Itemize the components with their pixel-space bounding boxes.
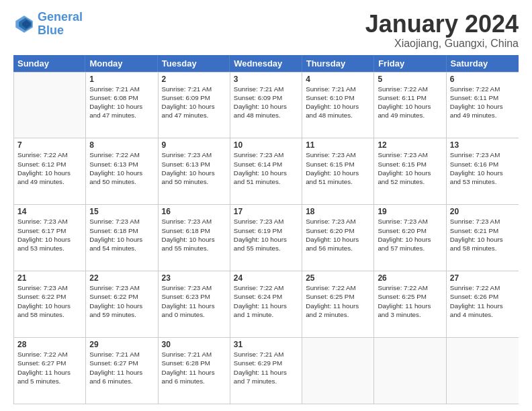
day-number: 27 <box>450 273 515 283</box>
day-number: 15 <box>89 207 154 216</box>
day-info: Sunrise: 7:22 AM Sunset: 6:12 PM Dayligh… <box>17 150 82 186</box>
calendar-day-cell: 28Sunrise: 7:22 AM Sunset: 6:27 PM Dayli… <box>14 338 86 404</box>
day-number: 9 <box>162 140 226 150</box>
logo-general: General <box>38 10 83 24</box>
day-info: Sunrise: 7:23 AM Sunset: 6:17 PM Dayligh… <box>17 217 82 253</box>
day-number: 11 <box>306 140 370 150</box>
calendar-day-cell: 24Sunrise: 7:22 AM Sunset: 6:24 PM Dayli… <box>230 271 302 337</box>
calendar-day-cell: 11Sunrise: 7:23 AM Sunset: 6:15 PM Dayli… <box>302 138 374 204</box>
day-number: 10 <box>234 140 298 150</box>
logo-icon <box>13 13 35 35</box>
day-info: Sunrise: 7:23 AM Sunset: 6:18 PM Dayligh… <box>162 217 226 253</box>
day-number: 30 <box>162 340 226 349</box>
calendar-day-cell: 3Sunrise: 7:21 AM Sunset: 6:09 PM Daylig… <box>230 73 302 138</box>
calendar-subtitle: Xiaojiang, Guangxi, China <box>365 38 519 50</box>
day-info: Sunrise: 7:23 AM Sunset: 6:15 PM Dayligh… <box>306 150 370 186</box>
calendar-header-row: SundayMondayTuesdayWednesdayThursdayFrid… <box>13 55 519 72</box>
day-number: 20 <box>450 207 515 216</box>
calendar-day-cell <box>302 338 374 404</box>
day-info: Sunrise: 7:21 AM Sunset: 6:10 PM Dayligh… <box>306 85 370 120</box>
calendar-title: January 2024 <box>365 11 519 38</box>
calendar-day-cell: 31Sunrise: 7:21 AM Sunset: 6:29 PM Dayli… <box>230 338 302 404</box>
day-info: Sunrise: 7:22 AM Sunset: 6:26 PM Dayligh… <box>450 283 515 319</box>
day-number: 8 <box>89 140 154 150</box>
calendar-day-cell: 21Sunrise: 7:23 AM Sunset: 6:22 PM Dayli… <box>14 271 86 337</box>
day-info: Sunrise: 7:23 AM Sunset: 6:16 PM Dayligh… <box>450 150 515 186</box>
day-info: Sunrise: 7:21 AM Sunset: 6:27 PM Dayligh… <box>89 350 154 385</box>
calendar-header-cell: Wednesday <box>230 55 302 72</box>
day-number: 12 <box>378 140 442 150</box>
day-number: 2 <box>162 75 226 84</box>
day-number: 29 <box>89 340 154 349</box>
calendar-day-cell: 12Sunrise: 7:23 AM Sunset: 6:15 PM Dayli… <box>374 138 446 204</box>
day-info: Sunrise: 7:22 AM Sunset: 6:24 PM Dayligh… <box>234 283 298 319</box>
day-number: 13 <box>450 140 515 150</box>
logo-text: General Blue <box>38 11 83 38</box>
day-number: 25 <box>306 273 370 283</box>
day-info: Sunrise: 7:23 AM Sunset: 6:18 PM Dayligh… <box>89 217 154 253</box>
day-number: 4 <box>306 75 370 84</box>
calendar: SundayMondayTuesdayWednesdayThursdayFrid… <box>13 55 519 404</box>
day-number: 6 <box>450 75 515 84</box>
title-block: January 2024 Xiaojiang, Guangxi, China <box>365 11 519 50</box>
calendar-header-cell: Friday <box>374 55 446 72</box>
day-info: Sunrise: 7:23 AM Sunset: 6:22 PM Dayligh… <box>89 283 154 319</box>
calendar-week-row: 1Sunrise: 7:21 AM Sunset: 6:08 PM Daylig… <box>14 72 519 138</box>
calendar-day-cell: 18Sunrise: 7:23 AM Sunset: 6:20 PM Dayli… <box>302 205 374 271</box>
logo-blue: Blue <box>38 24 64 37</box>
calendar-day-cell: 23Sunrise: 7:23 AM Sunset: 6:23 PM Dayli… <box>159 271 230 337</box>
calendar-day-cell: 27Sunrise: 7:22 AM Sunset: 6:26 PM Dayli… <box>447 271 519 337</box>
day-info: Sunrise: 7:23 AM Sunset: 6:21 PM Dayligh… <box>450 217 515 253</box>
day-info: Sunrise: 7:22 AM Sunset: 6:25 PM Dayligh… <box>306 283 370 319</box>
calendar-day-cell: 5Sunrise: 7:22 AM Sunset: 6:11 PM Daylig… <box>374 73 446 138</box>
day-number: 28 <box>17 340 82 349</box>
day-info: Sunrise: 7:23 AM Sunset: 6:22 PM Dayligh… <box>17 283 82 319</box>
calendar-day-cell: 15Sunrise: 7:23 AM Sunset: 6:18 PM Dayli… <box>86 205 158 271</box>
calendar-day-cell <box>14 73 86 138</box>
calendar-day-cell: 20Sunrise: 7:23 AM Sunset: 6:21 PM Dayli… <box>447 205 519 271</box>
day-number: 1 <box>89 75 154 84</box>
calendar-day-cell: 10Sunrise: 7:23 AM Sunset: 6:14 PM Dayli… <box>230 138 302 204</box>
day-number: 31 <box>234 340 298 349</box>
day-number: 23 <box>162 273 226 283</box>
calendar-day-cell: 13Sunrise: 7:23 AM Sunset: 6:16 PM Dayli… <box>447 138 519 204</box>
day-info: Sunrise: 7:23 AM Sunset: 6:15 PM Dayligh… <box>378 150 442 186</box>
calendar-header-cell: Monday <box>85 55 157 72</box>
calendar-day-cell: 29Sunrise: 7:21 AM Sunset: 6:27 PM Dayli… <box>86 338 158 404</box>
day-number: 21 <box>17 273 82 283</box>
day-info: Sunrise: 7:22 AM Sunset: 6:11 PM Dayligh… <box>450 85 515 120</box>
day-info: Sunrise: 7:22 AM Sunset: 6:25 PM Dayligh… <box>378 283 442 319</box>
day-number: 24 <box>234 273 298 283</box>
day-number: 5 <box>378 75 442 84</box>
day-number: 16 <box>162 207 226 216</box>
day-info: Sunrise: 7:23 AM Sunset: 6:14 PM Dayligh… <box>234 150 298 186</box>
calendar-body: 1Sunrise: 7:21 AM Sunset: 6:08 PM Daylig… <box>13 72 519 404</box>
calendar-day-cell: 26Sunrise: 7:22 AM Sunset: 6:25 PM Dayli… <box>374 271 446 337</box>
calendar-day-cell: 8Sunrise: 7:22 AM Sunset: 6:13 PM Daylig… <box>86 138 158 204</box>
day-number: 14 <box>17 207 82 216</box>
day-info: Sunrise: 7:21 AM Sunset: 6:08 PM Dayligh… <box>89 85 154 120</box>
day-info: Sunrise: 7:23 AM Sunset: 6:20 PM Dayligh… <box>378 217 442 253</box>
calendar-day-cell: 14Sunrise: 7:23 AM Sunset: 6:17 PM Dayli… <box>14 205 86 271</box>
calendar-day-cell: 22Sunrise: 7:23 AM Sunset: 6:22 PM Dayli… <box>86 271 158 337</box>
page: General Blue January 2024 Xiaojiang, Gua… <box>0 0 532 411</box>
day-info: Sunrise: 7:22 AM Sunset: 6:13 PM Dayligh… <box>89 150 154 186</box>
day-number: 19 <box>378 207 442 216</box>
day-info: Sunrise: 7:23 AM Sunset: 6:19 PM Dayligh… <box>234 217 298 253</box>
calendar-day-cell <box>447 338 519 404</box>
calendar-week-row: 28Sunrise: 7:22 AM Sunset: 6:27 PM Dayli… <box>14 337 519 404</box>
day-info: Sunrise: 7:22 AM Sunset: 6:11 PM Dayligh… <box>378 85 442 120</box>
calendar-day-cell: 6Sunrise: 7:22 AM Sunset: 6:11 PM Daylig… <box>447 73 519 138</box>
calendar-week-row: 21Sunrise: 7:23 AM Sunset: 6:22 PM Dayli… <box>14 271 519 337</box>
calendar-week-row: 7Sunrise: 7:22 AM Sunset: 6:12 PM Daylig… <box>14 138 519 204</box>
day-info: Sunrise: 7:21 AM Sunset: 6:28 PM Dayligh… <box>162 350 226 385</box>
calendar-day-cell: 7Sunrise: 7:22 AM Sunset: 6:12 PM Daylig… <box>14 138 86 204</box>
calendar-day-cell: 4Sunrise: 7:21 AM Sunset: 6:10 PM Daylig… <box>302 73 374 138</box>
calendar-day-cell: 25Sunrise: 7:22 AM Sunset: 6:25 PM Dayli… <box>302 271 374 337</box>
day-info: Sunrise: 7:21 AM Sunset: 6:09 PM Dayligh… <box>162 85 226 120</box>
day-info: Sunrise: 7:22 AM Sunset: 6:27 PM Dayligh… <box>17 350 82 385</box>
day-number: 3 <box>234 75 298 84</box>
calendar-header-cell: Sunday <box>13 55 85 72</box>
day-info: Sunrise: 7:21 AM Sunset: 6:09 PM Dayligh… <box>234 85 298 120</box>
calendar-day-cell: 19Sunrise: 7:23 AM Sunset: 6:20 PM Dayli… <box>374 205 446 271</box>
